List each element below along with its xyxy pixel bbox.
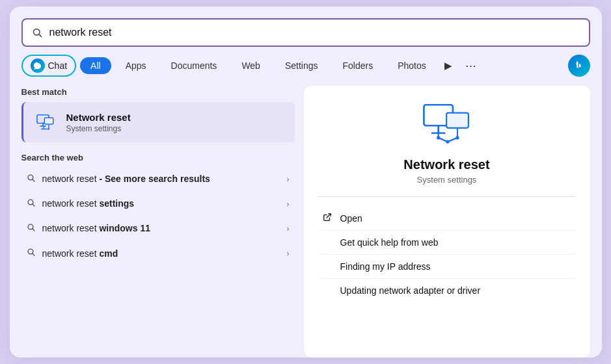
search-panel: Chat All Apps Documents Web Settings Fol… [10,6,602,358]
svg-line-29 [438,138,447,142]
right-panel: Network reset System settings Open [304,86,590,358]
main-content: Best match [21,86,590,358]
filter-web[interactable]: Web [231,57,271,74]
search-web-icon-3 [27,223,36,234]
svg-point-10 [41,128,42,129]
svg-rect-23 [446,113,468,128]
best-match-text: Network reset System settings [66,112,131,133]
chat-icon [31,58,45,73]
right-panel-top: Network reset System settings [318,101,576,197]
action-open[interactable]: Open [318,206,576,231]
best-match-icon [33,110,57,135]
filter-folders[interactable]: Folders [333,57,384,74]
action-network-adapter[interactable]: Updating network adapter or driver [318,279,576,302]
best-match-card[interactable]: Network reset System settings [21,102,295,142]
right-title: Network reset [403,157,489,172]
right-actions: Open Get quick help from web Finding my … [318,206,576,302]
bing-button[interactable] [568,55,590,77]
web-item-2[interactable]: network reset settings › [21,191,295,216]
web-item-2-text: network reset settings [42,198,280,209]
right-subtitle: System settings [417,175,477,185]
play-button[interactable]: ▶ [441,57,456,74]
filter-photos[interactable]: Photos [387,57,437,74]
filter-row: Chat All Apps Documents Web Settings Fol… [21,55,590,77]
action-ip-label: Finding my IP address [340,261,431,272]
best-match-title: Network reset [66,112,131,123]
chat-label: Chat [48,60,68,71]
action-ip-address[interactable]: Finding my IP address [318,255,576,279]
web-item-1[interactable]: network reset - See more search results … [21,166,295,191]
search-web-icon-4 [27,248,36,259]
search-input[interactable] [49,27,580,38]
best-match-label: Best match [21,87,295,97]
svg-point-11 [48,128,49,129]
web-item-1-text: network reset - See more search results [42,173,280,185]
search-web-label: Search the web [21,153,295,162]
network-reset-icon-large [421,101,473,150]
external-link-icon [321,213,334,224]
filter-settings[interactable]: Settings [275,57,329,74]
action-adapter-label: Updating network adapter or driver [340,285,481,296]
filter-chat[interactable]: Chat [21,55,77,77]
action-open-label: Open [340,213,362,224]
filter-all[interactable]: All [80,57,111,74]
web-item-4-text: network reset cmd [42,248,280,259]
chevron-icon-2: › [286,199,289,209]
filter-documents[interactable]: Documents [161,57,228,74]
more-filters-button[interactable]: ⋯ [460,57,482,75]
web-item-3-text: network reset windows 11 [42,222,280,234]
svg-line-17 [32,229,34,231]
svg-line-15 [32,204,34,206]
svg-line-19 [32,254,34,255]
best-match-subtitle: System settings [66,124,131,133]
chevron-icon-3: › [286,224,289,233]
left-panel: Best match [21,86,295,358]
chevron-icon-1: › [286,174,289,184]
svg-line-1 [38,34,41,36]
search-bar [21,18,590,47]
search-web-icon-2 [27,198,36,209]
svg-line-30 [447,138,457,142]
svg-line-13 [32,179,34,181]
action-quick-help-label: Get quick help from web [340,237,439,248]
web-item-4[interactable]: network reset cmd › [21,241,295,266]
web-item-3[interactable]: network reset windows 11 › [21,216,295,240]
search-web-icon-1 [27,174,36,185]
chevron-icon-4: › [286,248,289,258]
action-quick-help[interactable]: Get quick help from web [318,231,576,255]
search-icon [32,27,43,38]
filter-apps[interactable]: Apps [115,57,157,74]
svg-rect-5 [44,118,53,124]
